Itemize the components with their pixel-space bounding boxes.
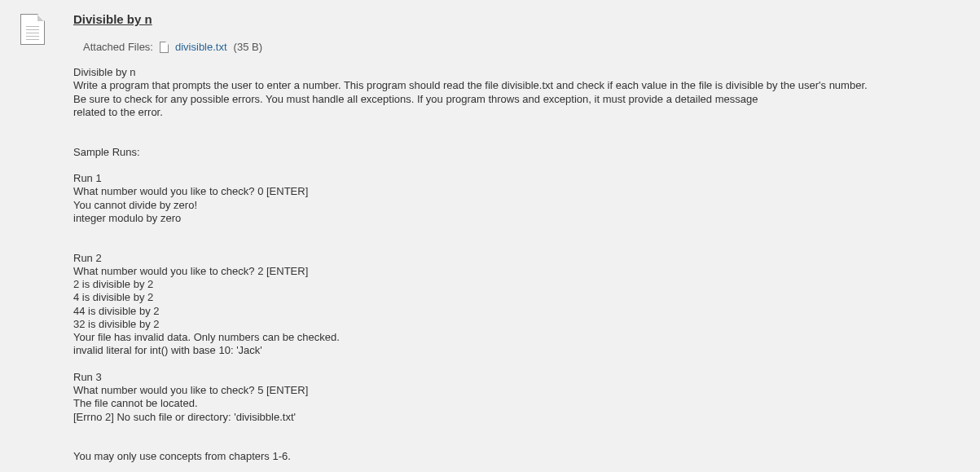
document-icon <box>20 14 45 45</box>
attached-files-row: Attached Files: divisible.txt (35 B) <box>83 41 980 53</box>
assignment-content: Divisible by n Attached Files: divisible… <box>73 12 980 472</box>
attached-file-size: (35 B) <box>234 41 262 53</box>
attached-files-label: Attached Files: <box>83 41 153 53</box>
file-icon <box>160 42 169 53</box>
assignment-body: Divisible by n Write a program that prom… <box>73 66 980 472</box>
assignment-title[interactable]: Divisible by n <box>73 12 152 26</box>
assignment-container: Divisible by n Attached Files: divisible… <box>20 12 980 472</box>
attached-file-link[interactable]: divisible.txt <box>175 41 227 53</box>
